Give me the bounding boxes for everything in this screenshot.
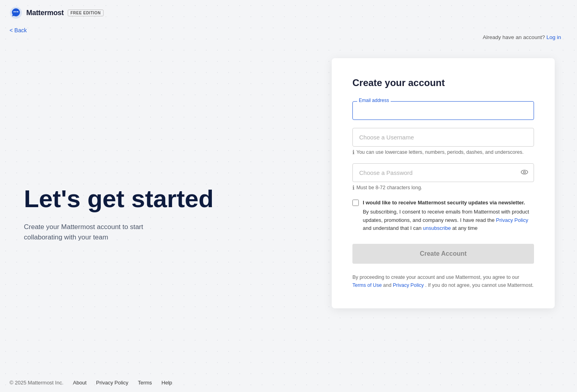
password-visibility-icon[interactable] — [520, 168, 528, 178]
svg-point-2 — [523, 171, 525, 173]
newsletter-body-text: By subscribing, I consent to receive ema… — [363, 209, 529, 231]
newsletter-label[interactable]: I would like to receive Mattermost secur… — [363, 199, 534, 233]
info-icon: ℹ — [352, 149, 354, 155]
username-hint-text: You can use lowercase letters, numbers, … — [356, 149, 524, 155]
password-hint-text: Must be 8-72 characters long. — [356, 185, 422, 190]
main-content: Already have an account? Log in Let's ge… — [0, 38, 577, 373]
logo-name: Mattermost — [26, 9, 64, 17]
password-group: ℹ Must be 8-72 characters long. — [352, 163, 534, 191]
create-account-button[interactable]: Create Account — [352, 244, 534, 264]
hero-subtitle: Create your Mattermost account to start … — [24, 222, 143, 242]
right-panel: Create your account Email address ℹ You … — [317, 38, 577, 373]
footer-about-link[interactable]: About — [73, 380, 86, 386]
password-input[interactable] — [352, 163, 534, 182]
mattermost-logo-icon — [10, 6, 22, 19]
newsletter-checkbox[interactable] — [352, 200, 359, 206]
form-title: Create your account — [352, 77, 534, 88]
email-input[interactable] — [352, 101, 534, 120]
username-hint: ℹ You can use lowercase letters, numbers… — [352, 149, 534, 155]
edition-badge: FREE EDITION — [68, 10, 104, 16]
already-account-bar: Already have an account? Log in — [483, 34, 561, 40]
back-button[interactable]: < Back — [10, 27, 27, 33]
email-label: Email address — [357, 98, 391, 103]
login-link[interactable]: Log in — [546, 34, 561, 40]
footer: © 2025 Mattermost Inc. About Privacy Pol… — [0, 373, 577, 392]
copyright-text: © 2025 Mattermost Inc. — [10, 380, 63, 386]
privacy-policy-link-1[interactable]: Privacy Policy — [496, 217, 528, 223]
terms-text: By proceeding to create your account and… — [352, 273, 534, 289]
logo-area: Mattermost FREE EDITION — [10, 6, 104, 19]
unsubscribe-link[interactable]: unsubscribe — [423, 225, 451, 231]
terms-of-use-link[interactable]: Terms of Use — [352, 282, 382, 288]
password-hint: ℹ Must be 8-72 characters long. — [352, 184, 534, 191]
svg-point-1 — [521, 170, 528, 174]
form-card: Create your account Email address ℹ You … — [332, 58, 555, 308]
info-icon-password: ℹ — [352, 184, 354, 191]
already-account-text: Already have an account? — [483, 34, 545, 40]
footer-privacy-link[interactable]: Privacy Policy — [96, 380, 128, 386]
left-panel: Let's get started Create your Mattermost… — [0, 38, 317, 373]
newsletter-bold-text: I would like to receive Mattermost secur… — [363, 199, 534, 207]
username-input[interactable] — [352, 128, 534, 147]
header: Mattermost FREE EDITION — [0, 0, 577, 25]
newsletter-group: I would like to receive Mattermost secur… — [352, 199, 534, 233]
privacy-policy-link-2[interactable]: Privacy Policy — [393, 282, 424, 288]
username-group: ℹ You can use lowercase letters, numbers… — [352, 128, 534, 155]
footer-help-link[interactable]: Help — [162, 380, 172, 386]
footer-terms-link[interactable]: Terms — [138, 380, 152, 386]
hero-title: Let's get started — [24, 185, 293, 212]
email-group: Email address — [352, 101, 534, 120]
